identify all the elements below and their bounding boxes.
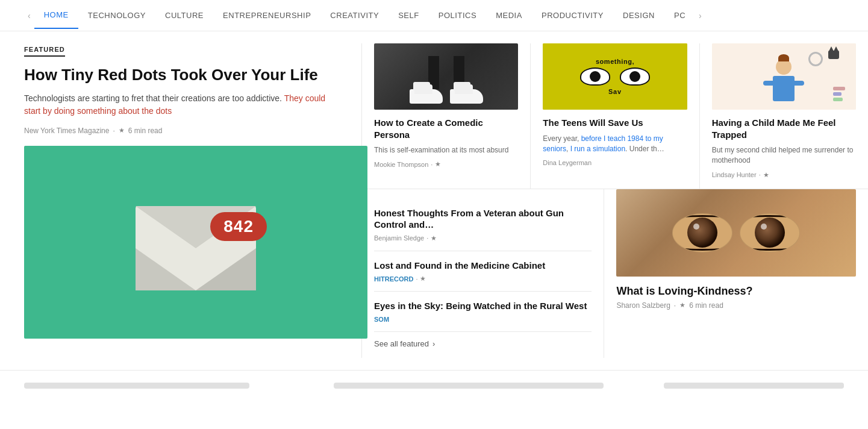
- gun-author-name: Benjamin Sledge: [374, 234, 424, 242]
- close-up-eyes: [616, 189, 856, 277]
- main-nav: ‹ HOME TECHNOLOGY CULTURE ENTREPRENEURSH…: [0, 0, 868, 31]
- top-card-child: Having a Child Made Me Feel Trapped But …: [700, 43, 868, 189]
- skeleton-bar-2: [334, 383, 604, 389]
- nav-item-politics[interactable]: POLITICS: [429, 2, 486, 28]
- medicine-dot: ·: [416, 275, 417, 283]
- card-thumb-shoes: [374, 43, 518, 110]
- nav-item-pc[interactable]: PC: [664, 2, 695, 28]
- hero-image: 842: [24, 146, 367, 339]
- card-meta-comedic: Mookie Thompson · ★: [374, 160, 518, 168]
- child-author: Lindsay Hunter: [712, 171, 757, 178]
- top-card-teens: something, Sav: [531, 43, 699, 189]
- see-featured-label: See all featured: [374, 339, 429, 348]
- list-title-eyes-sky[interactable]: Eyes in the Sky: Being Watched in the Ru…: [374, 300, 592, 312]
- nav-item-technology[interactable]: TECHNOLOGY: [78, 2, 155, 28]
- card-thumb-eyes-yellow: something, Sav: [543, 43, 687, 110]
- right-big-card: What is Loving-Kindness? Sharon Salzberg…: [604, 189, 868, 358]
- big-card-dot: ·: [674, 301, 676, 310]
- card-meta-child: Lindsay Hunter · ★: [712, 171, 856, 179]
- mid-articles-list: Honest Thoughts From a Veteran about Gun…: [362, 189, 604, 358]
- envelope-bottom-left: [136, 248, 196, 290]
- list-item-medicine-cabinet: Lost and Found in the Medicine Cabinet H…: [374, 251, 592, 292]
- main-article-meta: New York Times Magazine · ★ 6 min read: [24, 127, 343, 135]
- featured-label: FEATURED: [24, 46, 65, 57]
- left-panel: FEATURED How Tiny Red Dots Took Over You…: [0, 43, 361, 358]
- comedic-dot: ·: [431, 161, 432, 168]
- eyes-sky-pub: SOM: [374, 316, 389, 323]
- top-card-comedic-persona: How to Create a Comedic Persona This is …: [362, 43, 531, 189]
- main-article-description: Technologists are starting to fret that …: [24, 92, 343, 118]
- big-card-title[interactable]: What is Loving-Kindness?: [616, 285, 856, 298]
- gun-star: ★: [431, 234, 437, 242]
- main-article-title[interactable]: How Tiny Red Dots Took Over Your Life: [24, 65, 343, 85]
- nav-item-media[interactable]: MEDIA: [486, 2, 532, 28]
- list-item-eyes-sky: Eyes in the Sky: Being Watched in the Ru…: [374, 292, 592, 332]
- lash-bottom-left: [673, 243, 732, 251]
- loving-kindness-image: [616, 189, 856, 277]
- nav-item-design[interactable]: DESIGN: [613, 2, 664, 28]
- main-article-read-time: 6 min read: [128, 127, 163, 135]
- yellow-eyes-illustration: something, Sav: [543, 43, 687, 110]
- notification-badge: 842: [210, 212, 267, 241]
- skeleton-bar-1: [24, 383, 249, 389]
- big-card-star: ★: [679, 301, 685, 309]
- see-all-featured-link[interactable]: See all featured ›: [374, 339, 592, 348]
- list-item-gun-control: Honest Thoughts From a Veteran about Gun…: [374, 199, 592, 251]
- card-desc-teens: Every year, before I teach 1984 to my se…: [543, 134, 687, 155]
- card-desc-comedic: This is self-examination at its most abs…: [374, 145, 518, 155]
- nav-item-self[interactable]: SELF: [389, 2, 429, 28]
- nav-items-list: HOME TECHNOLOGY CULTURE ENTREPRENEURSHIP…: [34, 2, 695, 29]
- comedic-author: Mookie Thompson: [374, 161, 428, 168]
- card-desc-child: But my second child helped me surrender …: [712, 145, 856, 166]
- card-title-comedic[interactable]: How to Create a Comedic Persona: [374, 117, 518, 140]
- medicine-pub: HITRECORD: [374, 275, 413, 283]
- nav-item-productivity[interactable]: PRODUCTIVITY: [532, 2, 613, 28]
- left-close-eye: [672, 213, 732, 252]
- right-panel: How to Create a Comedic Persona This is …: [361, 43, 868, 358]
- envelope-illustration: 842: [136, 194, 256, 290]
- list-author-gun: Benjamin Sledge · ★: [374, 234, 592, 242]
- list-author-eyes-sky: SOM: [374, 316, 592, 323]
- list-title-gun[interactable]: Honest Thoughts From a Veteran about Gun…: [374, 207, 592, 231]
- big-card-meta: Sharon Salzberg · ★ 6 min read: [616, 301, 856, 310]
- card-thumb-illustration: [712, 43, 856, 110]
- card-title-teens[interactable]: The Teens Will Save Us: [543, 117, 687, 129]
- top-cards-row: How to Create a Comedic Persona This is …: [362, 43, 868, 189]
- lash-bottom-right: [740, 243, 799, 251]
- big-card-author: Sharon Salzberg: [616, 301, 670, 310]
- nav-item-culture[interactable]: CULTURE: [155, 2, 213, 28]
- nav-prev-arrow[interactable]: ‹: [24, 8, 34, 23]
- child-dot: ·: [759, 171, 761, 178]
- shoes-illustration: [374, 43, 518, 110]
- bottom-skeleton-section: [0, 370, 868, 401]
- child-illustration: [712, 43, 856, 110]
- bottom-section: Honest Thoughts From a Veteran about Gun…: [362, 189, 868, 358]
- main-article-source: New York Times Magazine: [24, 127, 109, 135]
- teens-author: Dina Leygerman: [543, 159, 592, 166]
- medicine-star: ★: [420, 275, 426, 283]
- list-title-medicine[interactable]: Lost and Found in the Medicine Cabinet: [374, 260, 592, 272]
- right-close-eye: [740, 213, 800, 252]
- main-content: FEATURED How Tiny Red Dots Took Over You…: [0, 31, 868, 358]
- nav-item-home[interactable]: HOME: [34, 2, 78, 29]
- card-title-child[interactable]: Having a Child Made Me Feel Trapped: [712, 117, 856, 140]
- child-star: ★: [763, 171, 769, 179]
- nav-item-entrepreneurship[interactable]: ENTREPRENEURSHIP: [213, 2, 320, 28]
- card-meta-teens: Dina Leygerman: [543, 159, 687, 166]
- big-card-read-time: 6 min read: [689, 301, 723, 310]
- see-featured-arrow: ›: [432, 339, 435, 348]
- main-article-star: ★: [119, 127, 125, 134]
- nav-next-arrow[interactable]: ›: [695, 8, 705, 23]
- comedic-star: ★: [435, 160, 441, 168]
- gun-dot: ·: [426, 234, 428, 242]
- list-author-medicine: HITRECORD · ★: [374, 275, 592, 283]
- main-article-dot: ·: [113, 127, 114, 135]
- skeleton-bar-3: [664, 383, 844, 389]
- nav-item-creativity[interactable]: CREATIVITY: [320, 2, 389, 28]
- envelope-bottom-right: [196, 248, 256, 290]
